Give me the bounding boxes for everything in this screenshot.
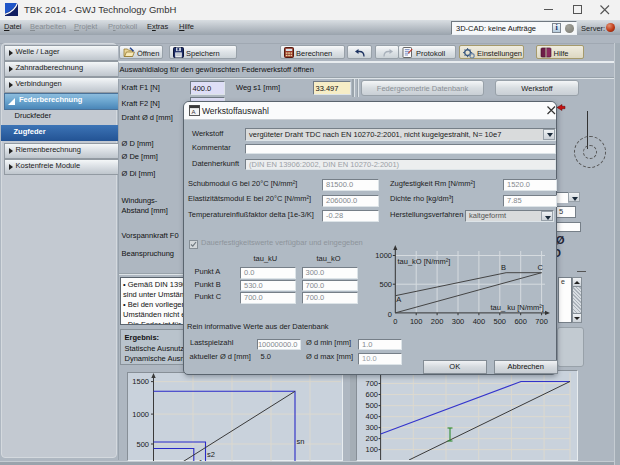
svg-text:500: 500	[136, 439, 149, 448]
svg-text:600: 600	[514, 317, 527, 325]
svg-text:0: 0	[388, 310, 392, 319]
svg-text:700: 700	[365, 379, 378, 388]
svg-text:700: 700	[535, 317, 548, 325]
svg-text:400: 400	[473, 317, 486, 325]
svg-text:sn: sn	[296, 437, 304, 446]
svg-text:500: 500	[494, 317, 507, 325]
svg-text:A: A	[396, 295, 401, 304]
svg-text:300: 300	[365, 423, 378, 432]
svg-text:100: 100	[365, 445, 378, 454]
svg-text:A: A	[192, 109, 196, 115]
svg-text:tau_ ku [N/mm²]: tau_ ku [N/mm²]	[491, 303, 544, 312]
svg-text:tau_kO [N/mm²]: tau_kO [N/mm²]	[398, 257, 451, 266]
svg-text:600: 600	[365, 390, 378, 399]
svg-text:200: 200	[431, 317, 444, 325]
svg-text:1000: 1000	[132, 409, 149, 418]
svg-text:B: B	[501, 263, 506, 272]
svg-text:C: C	[538, 263, 544, 272]
svg-text:100: 100	[410, 317, 423, 325]
svg-text:1500: 1500	[132, 377, 149, 386]
svg-text:s2: s2	[207, 450, 215, 459]
svg-text:400: 400	[365, 412, 378, 421]
svg-text:200: 200	[365, 434, 378, 443]
svg-text:500: 500	[365, 401, 378, 410]
svg-text:0: 0	[393, 317, 397, 325]
svg-text:500: 500	[379, 280, 392, 289]
svg-text:300: 300	[452, 317, 465, 325]
svg-text:1000: 1000	[375, 251, 392, 260]
